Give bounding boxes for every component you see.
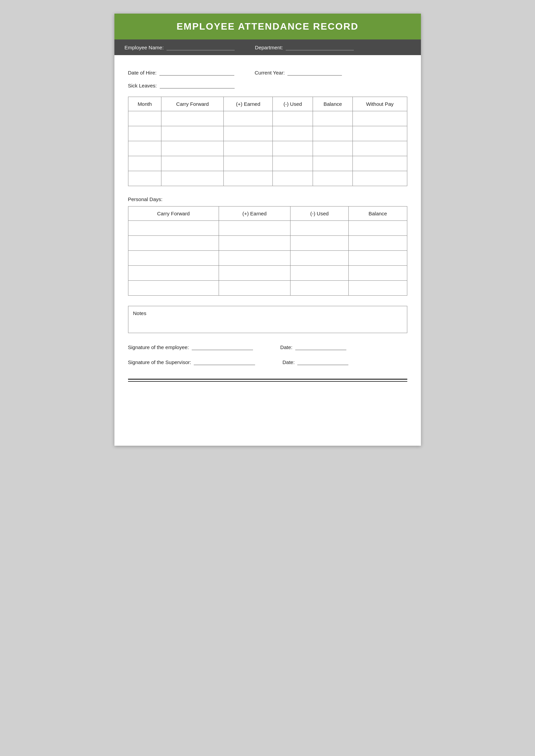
table-row bbox=[128, 221, 407, 236]
cell[interactable] bbox=[219, 251, 290, 266]
cell[interactable] bbox=[128, 171, 161, 186]
personal-days-table: Carry Forward (+) Earned (-) Used Balanc… bbox=[128, 206, 407, 296]
supervisor-sig-group: Signature of the Supervisor: bbox=[128, 358, 255, 365]
info-bar: Employee Name: Department: bbox=[114, 39, 421, 55]
date-of-hire-input[interactable] bbox=[159, 69, 234, 76]
cell[interactable] bbox=[349, 251, 407, 266]
notes-label: Notes bbox=[133, 310, 402, 316]
cell[interactable] bbox=[128, 141, 161, 156]
cell[interactable] bbox=[353, 171, 407, 186]
cell[interactable] bbox=[224, 171, 273, 186]
cell[interactable] bbox=[161, 156, 224, 171]
personal-col-balance: Balance bbox=[349, 207, 407, 221]
supervisor-date-label: Date: bbox=[282, 359, 295, 365]
sick-col-used: (-) Used bbox=[273, 97, 313, 111]
cell[interactable] bbox=[128, 281, 219, 296]
personal-days-label: Personal Days: bbox=[128, 196, 407, 202]
cell[interactable] bbox=[313, 141, 353, 156]
table-row bbox=[128, 281, 407, 296]
signature-section: Signature of the employee: Date: Signatu… bbox=[128, 343, 407, 365]
cell[interactable] bbox=[290, 251, 348, 266]
cell[interactable] bbox=[224, 156, 273, 171]
cell[interactable] bbox=[128, 251, 219, 266]
cell[interactable] bbox=[128, 156, 161, 171]
bottom-line-2 bbox=[128, 381, 407, 382]
cell[interactable] bbox=[313, 111, 353, 126]
cell[interactable] bbox=[290, 236, 348, 251]
department-underline[interactable] bbox=[286, 44, 354, 50]
cell[interactable] bbox=[349, 236, 407, 251]
employee-name-field: Employee Name: bbox=[125, 44, 235, 50]
current-year-label: Current Year: bbox=[255, 70, 285, 76]
supervisor-sig-input[interactable] bbox=[194, 358, 255, 365]
cell[interactable] bbox=[353, 111, 407, 126]
cell[interactable] bbox=[313, 126, 353, 141]
cell[interactable] bbox=[224, 126, 273, 141]
cell[interactable] bbox=[128, 266, 219, 281]
cell[interactable] bbox=[219, 281, 290, 296]
sick-table-header-row: Month Carry Forward (+) Earned (-) Used … bbox=[128, 97, 407, 111]
cell[interactable] bbox=[224, 111, 273, 126]
personal-col-earned: (+) Earned bbox=[219, 207, 290, 221]
cell[interactable] bbox=[290, 266, 348, 281]
cell[interactable] bbox=[313, 171, 353, 186]
department-label: Department: bbox=[255, 45, 283, 50]
table-row bbox=[128, 126, 407, 141]
cell[interactable] bbox=[349, 221, 407, 236]
cell[interactable] bbox=[128, 236, 219, 251]
personal-table-header-row: Carry Forward (+) Earned (-) Used Balanc… bbox=[128, 207, 407, 221]
current-year-group: Current Year: bbox=[255, 69, 342, 76]
cell[interactable] bbox=[349, 281, 407, 296]
sick-leaves-label: Sick Leaves: bbox=[128, 83, 157, 88]
department-field: Department: bbox=[255, 44, 354, 50]
cell[interactable] bbox=[219, 236, 290, 251]
notes-box[interactable]: Notes bbox=[128, 306, 407, 333]
supervisor-signature-row: Signature of the Supervisor: Date: bbox=[128, 358, 407, 365]
sick-col-month: Month bbox=[128, 97, 161, 111]
cell[interactable] bbox=[219, 266, 290, 281]
cell[interactable] bbox=[273, 141, 313, 156]
table-row bbox=[128, 171, 407, 186]
cell[interactable] bbox=[290, 221, 348, 236]
cell[interactable] bbox=[161, 111, 224, 126]
cell[interactable] bbox=[273, 156, 313, 171]
supervisor-date-input[interactable] bbox=[297, 358, 348, 365]
table-row bbox=[128, 111, 407, 126]
cell[interactable] bbox=[313, 156, 353, 171]
employee-sig-input[interactable] bbox=[192, 343, 253, 350]
employee-date-input[interactable] bbox=[295, 343, 346, 350]
cell[interactable] bbox=[290, 281, 348, 296]
cell[interactable] bbox=[128, 126, 161, 141]
supervisor-sig-label: Signature of the Supervisor: bbox=[128, 359, 191, 365]
cell[interactable] bbox=[273, 126, 313, 141]
header-bar: EMPLOYEE ATTENDANCE RECORD bbox=[114, 14, 421, 39]
cell[interactable] bbox=[128, 221, 219, 236]
employee-name-underline[interactable] bbox=[167, 44, 235, 50]
cell[interactable] bbox=[353, 141, 407, 156]
date-of-hire-label: Date of Hire: bbox=[128, 70, 157, 76]
cell[interactable] bbox=[219, 221, 290, 236]
table-row bbox=[128, 251, 407, 266]
cell[interactable] bbox=[273, 171, 313, 186]
cell[interactable] bbox=[224, 141, 273, 156]
sick-col-earned: (+) Earned bbox=[224, 97, 273, 111]
cell[interactable] bbox=[128, 111, 161, 126]
cell[interactable] bbox=[353, 156, 407, 171]
employee-date-group: Date: bbox=[280, 343, 346, 350]
top-fields-row: Date of Hire: Current Year: bbox=[128, 69, 407, 76]
cell[interactable] bbox=[161, 171, 224, 186]
sick-leaves-row: Sick Leaves: bbox=[128, 82, 407, 88]
cell[interactable] bbox=[273, 111, 313, 126]
employee-sig-group: Signature of the employee: bbox=[128, 343, 253, 350]
employee-name-label: Employee Name: bbox=[125, 45, 164, 50]
page-title: EMPLOYEE ATTENDANCE RECORD bbox=[125, 21, 411, 32]
cell[interactable] bbox=[161, 141, 224, 156]
cell[interactable] bbox=[161, 126, 224, 141]
sick-leaves-input[interactable] bbox=[160, 82, 235, 88]
cell[interactable] bbox=[349, 266, 407, 281]
table-row bbox=[128, 156, 407, 171]
current-year-input[interactable] bbox=[287, 69, 342, 76]
content: Date of Hire: Current Year: Sick Leaves:… bbox=[114, 55, 421, 395]
cell[interactable] bbox=[353, 126, 407, 141]
sick-leaves-table: Month Carry Forward (+) Earned (-) Used … bbox=[128, 97, 407, 186]
